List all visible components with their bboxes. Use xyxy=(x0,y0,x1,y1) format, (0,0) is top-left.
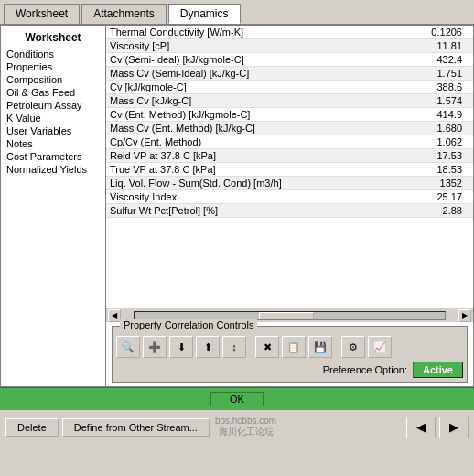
ok-button[interactable]: OK xyxy=(210,392,264,406)
settings-btn[interactable]: ⚙ xyxy=(341,336,365,358)
property-name: Liq. Vol. Flow - Sum(Std. Cond) [m3/h] xyxy=(106,177,362,190)
property-name: Viscosity Index xyxy=(106,190,362,204)
property-value: 17.53 xyxy=(362,149,473,163)
controls-row: 🔍 ➕ ⬇ ⬆ ↕ ✖ 📋 💾 ⚙ 📈 xyxy=(116,336,463,358)
tabs-bar: Worksheet Attachments Dynamics xyxy=(0,0,474,26)
table-row: Mass Cv (Ent. Method) [kJ/kg-C]1.680 xyxy=(106,122,473,135)
chart-btn[interactable]: 📈 xyxy=(368,336,392,358)
scroll-right-btn[interactable]: ▶ xyxy=(458,309,471,322)
table-row: Cv (Ent. Method) [kJ/kgmole-C]414.9 xyxy=(106,108,473,122)
property-name: Mass Cv (Ent. Method) [kJ/kg-C] xyxy=(106,122,362,135)
tab-worksheet[interactable]: Worksheet xyxy=(4,4,80,24)
property-value: 0.1206 xyxy=(362,26,473,39)
property-controls-group: Property Correlation Controls 🔍 ➕ ⬇ ⬆ ↕ … xyxy=(112,326,468,383)
table-row: True VP at 37.8 C [kPa]18.53 xyxy=(106,163,473,177)
property-name: Cp/Cv (Ent. Method) xyxy=(106,135,362,149)
table-row: Mass Cv [kJ/kg-C]1.574 xyxy=(106,94,473,108)
sidebar-item-kvalue[interactable]: K Value xyxy=(1,112,105,124)
property-name: Viscosity [cP] xyxy=(106,39,362,53)
delete-button[interactable]: Delete xyxy=(5,418,59,437)
table-row: Liq. Vol. Flow - Sum(Std. Cond) [m3/h]13… xyxy=(106,177,473,190)
property-name: Mass Cv [kJ/kg-C] xyxy=(106,94,362,108)
active-button[interactable]: Active xyxy=(413,362,463,378)
sidebar-item-normalized-yields[interactable]: Normalized Yields xyxy=(1,163,105,176)
property-name: Mass Cv (Semi-Ideal) [kJ/kg-C] xyxy=(106,67,362,81)
arrow-right-button[interactable]: ▶ xyxy=(439,416,469,438)
table-row: Cv (Semi-Ideal) [kJ/kgmole-C]432.4 xyxy=(106,53,473,67)
sidebar-item-notes[interactable]: Notes xyxy=(1,137,105,150)
watermark: bbs.hcbbs.com海川化工论坛 xyxy=(213,414,278,440)
table-row: Cp/Cv (Ent. Method)1.062 xyxy=(106,135,473,149)
property-value: 432.4 xyxy=(362,53,473,67)
property-value: 18.53 xyxy=(362,163,473,177)
property-value: 1.751 xyxy=(362,67,473,81)
delete-ctrl-btn[interactable]: ✖ xyxy=(255,336,279,358)
property-name: Cv (Ent. Method) [kJ/kgmole-C] xyxy=(106,108,362,122)
property-value: 1352 xyxy=(362,177,473,190)
table-row: Thermal Conductivity [W/m-K]0.1206 xyxy=(106,26,473,39)
property-name: Sulfur Wt Pct[Petrol] [%] xyxy=(106,204,362,218)
property-value: 1.574 xyxy=(362,94,473,108)
sidebar: Worksheet Conditions Properties Composit… xyxy=(1,26,106,386)
property-value: 2.88 xyxy=(362,204,473,218)
property-name: Reid VP at 37.8 C [kPa] xyxy=(106,149,362,163)
sidebar-item-petroleum-assay[interactable]: Petroleum Assay xyxy=(1,99,105,112)
property-value: 25.17 xyxy=(362,190,473,204)
scroll-left-btn[interactable]: ◀ xyxy=(108,309,121,322)
ok-bar: OK xyxy=(0,387,474,410)
property-value: 1.062 xyxy=(362,135,473,149)
search-btn[interactable]: 🔍 xyxy=(116,336,140,358)
table-row: Mass Cv (Semi-Ideal) [kJ/kg-C]1.751 xyxy=(106,67,473,81)
save-btn[interactable]: 💾 xyxy=(308,336,332,358)
property-name: Cv [kJ/kgmole-C] xyxy=(106,81,362,94)
bottom-bar: Delete Define from Other Stream... bbs.h… xyxy=(0,410,474,444)
property-value: 388.6 xyxy=(362,81,473,94)
properties-table: Thermal Conductivity [W/m-K]0.1206Viscos… xyxy=(106,26,473,218)
tab-dynamics[interactable]: Dynamics xyxy=(168,4,241,24)
sidebar-item-properties[interactable]: Properties xyxy=(1,60,105,73)
copy-btn[interactable]: 📋 xyxy=(282,336,306,358)
table-row: Viscosity [cP]11.81 xyxy=(106,39,473,53)
preference-label: Preference Option: xyxy=(323,364,407,375)
sort-btn[interactable]: ↕ xyxy=(222,336,246,358)
table-row: Cv [kJ/kgmole-C]388.6 xyxy=(106,81,473,94)
add-btn[interactable]: ➕ xyxy=(143,336,167,358)
table-row: Sulfur Wt Pct[Petrol] [%]2.88 xyxy=(106,204,473,218)
down-btn[interactable]: ⬇ xyxy=(169,336,193,358)
preference-row: Preference Option: Active xyxy=(116,362,463,378)
properties-table-area[interactable]: Thermal Conductivity [W/m-K]0.1206Viscos… xyxy=(106,26,473,308)
up-btn[interactable]: ⬆ xyxy=(196,336,220,358)
sidebar-item-cost-parameters[interactable]: Cost Parameters xyxy=(1,150,105,163)
property-value: 11.81 xyxy=(362,39,473,53)
table-row: Reid VP at 37.8 C [kPa]17.53 xyxy=(106,149,473,163)
property-controls-label: Property Correlation Controls xyxy=(120,319,257,330)
scrollbar-thumb[interactable] xyxy=(259,312,314,319)
sidebar-header: Worksheet xyxy=(1,29,105,48)
tab-attachments[interactable]: Attachments xyxy=(81,4,167,24)
property-name: True VP at 37.8 C [kPa] xyxy=(106,163,362,177)
table-row: Viscosity Index25.17 xyxy=(106,190,473,204)
sidebar-item-oil-gas-feed[interactable]: Oil & Gas Feed xyxy=(1,86,105,99)
sidebar-item-user-variables[interactable]: User Variables xyxy=(1,124,105,137)
arrow-left-button[interactable]: ◀ xyxy=(406,416,436,438)
property-name: Cv (Semi-Ideal) [kJ/kgmole-C] xyxy=(106,53,362,67)
define-button[interactable]: Define from Other Stream... xyxy=(62,418,210,437)
main-content: Worksheet Conditions Properties Composit… xyxy=(0,26,474,387)
sidebar-item-conditions[interactable]: Conditions xyxy=(1,48,105,60)
property-value: 414.9 xyxy=(362,108,473,122)
property-value: 1.680 xyxy=(362,122,473,135)
sidebar-item-composition[interactable]: Composition xyxy=(1,73,105,86)
property-name: Thermal Conductivity [W/m-K] xyxy=(106,26,362,39)
scrollbar-track xyxy=(134,311,446,320)
